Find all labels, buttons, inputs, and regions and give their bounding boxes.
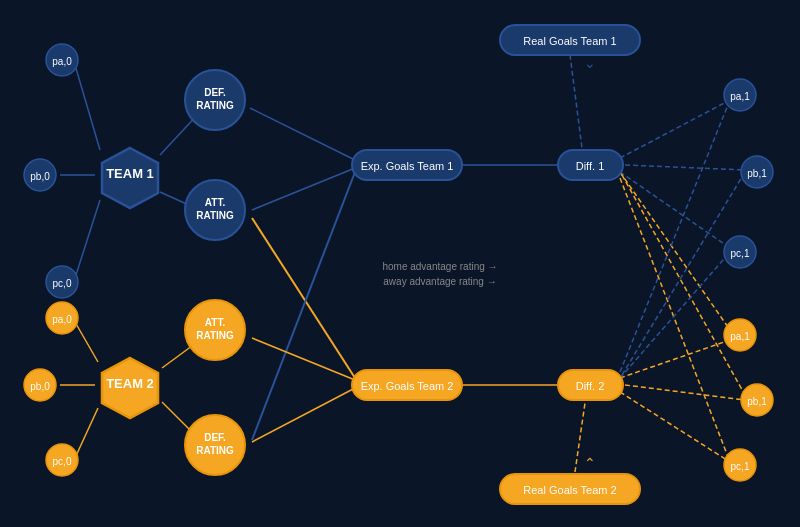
center-label-2: away advantage rating → <box>383 276 496 287</box>
chevron-up-team2: ⌃ <box>584 455 596 471</box>
att-rating-team1-label: ATT. <box>205 197 226 208</box>
def-rating-team1-label2: RATING <box>196 100 234 111</box>
center-label-1: home advantage rating → <box>382 261 497 272</box>
real-goals-team2-label: Real Goals Team 2 <box>523 484 616 496</box>
diff2-label: Diff. 2 <box>576 380 605 392</box>
att-rating-team2-label2: RATING <box>196 330 234 341</box>
def-rating-team2-label2: RATING <box>196 445 234 456</box>
chevron-down-team1: ⌄ <box>584 55 596 71</box>
def-rating-team2-label: DEF. <box>204 432 226 443</box>
def-rating-team1-label: DEF. <box>204 87 226 98</box>
team2-label: TEAM 2 <box>106 376 154 391</box>
pa1-team2: pa,1 <box>730 331 750 342</box>
pc1-team2: pc,1 <box>731 461 750 472</box>
exp-goals-team2-label: Exp. Goals Team 2 <box>361 380 454 392</box>
pc0-team2: pc,0 <box>53 456 72 467</box>
pb0-team2: pb,0 <box>30 381 50 392</box>
att-rating-team1-label2: RATING <box>196 210 234 221</box>
real-goals-team1-label: Real Goals Team 1 <box>523 35 616 47</box>
pb1-team2: pb,1 <box>747 396 767 407</box>
pa1-team1: pa,1 <box>730 91 750 102</box>
pc1-team1: pc,1 <box>731 248 750 259</box>
pb1-team1: pb,1 <box>747 168 767 179</box>
pc0-team1: pc,0 <box>53 278 72 289</box>
exp-goals-team1-label: Exp. Goals Team 1 <box>361 160 454 172</box>
pa0-team2: pa,0 <box>52 314 72 325</box>
diff1-label: Diff. 1 <box>576 160 605 172</box>
pb0-team1: pb,0 <box>30 171 50 182</box>
team1-label: TEAM 1 <box>106 166 154 181</box>
att-rating-team2-label: ATT. <box>205 317 226 328</box>
pa0-team1: pa,0 <box>52 56 72 67</box>
